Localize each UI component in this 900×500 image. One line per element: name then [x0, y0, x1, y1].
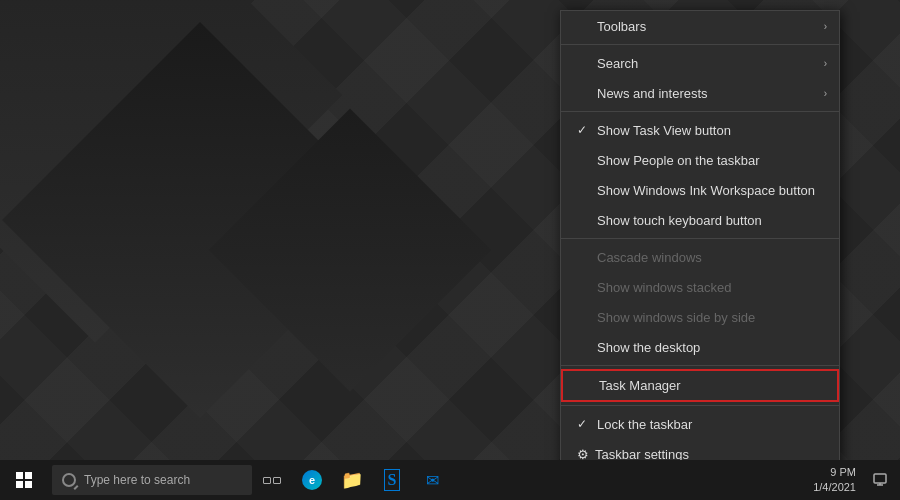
menu-label-search: Search: [597, 56, 823, 71]
menu-label-toolbars: Toolbars: [597, 19, 823, 34]
svg-rect-0: [874, 474, 886, 483]
start-button[interactable]: [0, 460, 48, 500]
menu-label-news: News and interests: [597, 86, 823, 101]
menu-label-show_desktop: Show the desktop: [597, 340, 823, 355]
separator-separator5: [561, 405, 839, 406]
menu-label-stacked: Show windows stacked: [597, 280, 823, 295]
menu-label-taskbar_settings: Taskbar settings: [595, 447, 823, 461]
checkmark-icon: ✓: [577, 417, 593, 431]
menu-item-people[interactable]: Show People on the taskbar: [561, 145, 839, 175]
mail-button[interactable]: ✉: [412, 460, 452, 500]
menu-item-taskbar_settings[interactable]: ⚙Taskbar settings: [561, 439, 839, 460]
gear-icon: ⚙: [577, 447, 589, 461]
system-tray: 9 PM 1/4/2021: [813, 460, 900, 500]
menu-label-lock_taskbar: Lock the taskbar: [597, 417, 823, 432]
menu-item-news[interactable]: News and interests›: [561, 78, 839, 108]
folder-button[interactable]: 📁: [332, 460, 372, 500]
taskbar: Type here to search e 📁 S ✉ 9 PM 1/4/202…: [0, 460, 900, 500]
context-menu: Toolbars› Search› News and interests›✓Sh…: [560, 10, 840, 460]
edge-button[interactable]: e: [292, 460, 332, 500]
separator-separator4: [561, 365, 839, 366]
separator-separator3: [561, 238, 839, 239]
menu-item-stacked: Show windows stacked: [561, 272, 839, 302]
menu-item-show_desktop[interactable]: Show the desktop: [561, 332, 839, 362]
start-icon: [16, 472, 32, 488]
search-icon: [62, 473, 76, 487]
submenu-arrow-icon: ›: [824, 88, 827, 99]
task-view-button[interactable]: [252, 460, 292, 500]
store-button[interactable]: S: [372, 460, 412, 500]
menu-item-task_manager[interactable]: Task Manager: [561, 369, 839, 402]
menu-label-keyboard: Show touch keyboard button: [597, 213, 823, 228]
menu-label-people: Show People on the taskbar: [597, 153, 823, 168]
menu-label-task_view: Show Task View button: [597, 123, 823, 138]
menu-item-ink[interactable]: Show Windows Ink Workspace button: [561, 175, 839, 205]
task-view-icon: [263, 477, 281, 484]
menu-item-lock_taskbar[interactable]: ✓Lock the taskbar: [561, 409, 839, 439]
tray-time-date: 9 PM 1/4/2021: [813, 465, 856, 496]
menu-label-ink: Show Windows Ink Workspace button: [597, 183, 823, 198]
store-icon: S: [384, 469, 401, 491]
tray-date: 1/4/2021: [813, 480, 856, 495]
menu-label-task_manager: Task Manager: [599, 378, 821, 393]
submenu-arrow-icon: ›: [824, 21, 827, 32]
menu-item-search[interactable]: Search›: [561, 48, 839, 78]
menu-item-toolbars[interactable]: Toolbars›: [561, 11, 839, 41]
folder-icon: 📁: [341, 469, 363, 491]
menu-label-side_by_side: Show windows side by side: [597, 310, 823, 325]
menu-label-cascade: Cascade windows: [597, 250, 823, 265]
separator-separator2: [561, 111, 839, 112]
separator-separator1: [561, 44, 839, 45]
notification-button[interactable]: [864, 460, 896, 500]
edge-icon: e: [302, 470, 322, 490]
menu-item-keyboard[interactable]: Show touch keyboard button: [561, 205, 839, 235]
menu-item-task_view[interactable]: ✓Show Task View button: [561, 115, 839, 145]
mail-icon: ✉: [426, 471, 439, 490]
menu-item-side_by_side: Show windows side by side: [561, 302, 839, 332]
search-placeholder: Type here to search: [84, 473, 190, 487]
menu-item-cascade: Cascade windows: [561, 242, 839, 272]
tray-time: 9 PM: [813, 465, 856, 480]
checkmark-icon: ✓: [577, 123, 593, 137]
submenu-arrow-icon: ›: [824, 58, 827, 69]
search-bar[interactable]: Type here to search: [52, 465, 252, 495]
desktop: Toolbars› Search› News and interests›✓Sh…: [0, 0, 900, 460]
